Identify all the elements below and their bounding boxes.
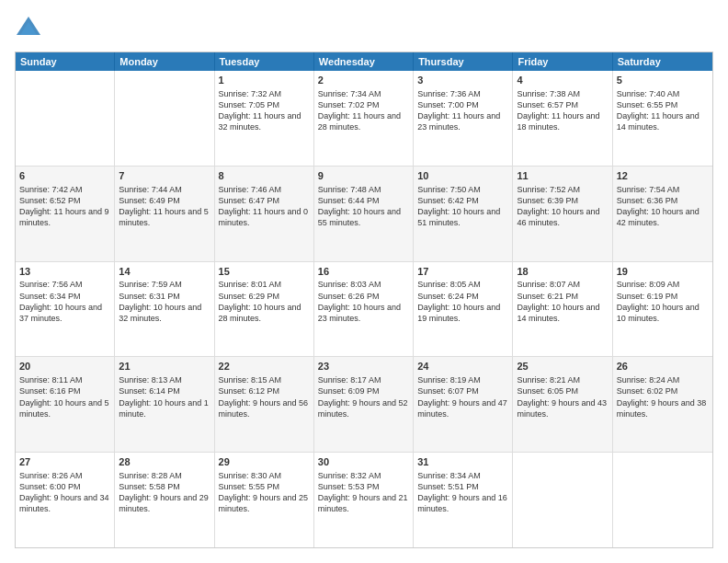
- day-info: Sunrise: 8:28 AM Sunset: 5:58 PM Dayligh…: [119, 471, 209, 513]
- day-cell-27: 27Sunrise: 8:26 AM Sunset: 6:00 PM Dayli…: [16, 453, 115, 547]
- logo-icon: [15, 15, 42, 42]
- day-info: Sunrise: 8:13 AM Sunset: 6:14 PM Dayligh…: [119, 375, 209, 418]
- day-info: Sunrise: 8:09 AM Sunset: 6:19 PM Dayligh…: [617, 280, 700, 322]
- day-info: Sunrise: 8:19 AM Sunset: 6:07 PM Dayligh…: [417, 375, 507, 418]
- empty-cell: [16, 71, 115, 166]
- week-row-5: 27Sunrise: 8:26 AM Sunset: 6:00 PM Dayli…: [16, 452, 712, 547]
- day-cell-12: 12Sunrise: 7:54 AM Sunset: 6:36 PM Dayli…: [613, 167, 712, 261]
- day-number: 14: [119, 265, 210, 279]
- day-number: 23: [318, 360, 409, 373]
- day-cell-20: 20Sunrise: 8:11 AM Sunset: 6:16 PM Dayli…: [16, 357, 115, 452]
- header-day-saturday: Saturday: [613, 52, 712, 71]
- day-info: Sunrise: 7:40 AM Sunset: 6:55 PM Dayligh…: [617, 89, 700, 132]
- day-number: 1: [219, 74, 310, 87]
- day-cell-14: 14Sunrise: 7:59 AM Sunset: 6:31 PM Dayli…: [115, 262, 214, 357]
- header: [15, 15, 713, 42]
- day-info: Sunrise: 7:42 AM Sunset: 6:52 PM Dayligh…: [19, 185, 109, 227]
- day-cell-19: 19Sunrise: 8:09 AM Sunset: 6:19 PM Dayli…: [613, 262, 712, 357]
- day-info: Sunrise: 7:44 AM Sunset: 6:49 PM Dayligh…: [119, 185, 209, 227]
- day-cell-13: 13Sunrise: 7:56 AM Sunset: 6:34 PM Dayli…: [16, 262, 115, 357]
- day-number: 25: [517, 360, 608, 373]
- day-cell-18: 18Sunrise: 8:07 AM Sunset: 6:21 PM Dayli…: [513, 262, 612, 357]
- day-number: 24: [417, 360, 508, 373]
- day-number: 8: [219, 169, 310, 183]
- day-number: 15: [219, 265, 310, 279]
- day-info: Sunrise: 7:56 AM Sunset: 6:34 PM Dayligh…: [19, 280, 102, 322]
- day-number: 20: [19, 360, 110, 373]
- day-cell-29: 29Sunrise: 8:30 AM Sunset: 5:55 PM Dayli…: [215, 453, 314, 547]
- day-cell-10: 10Sunrise: 7:50 AM Sunset: 6:42 PM Dayli…: [414, 167, 513, 261]
- calendar: SundayMondayTuesdayWednesdayThursdayFrid…: [15, 52, 713, 548]
- day-cell-11: 11Sunrise: 7:52 AM Sunset: 6:39 PM Dayli…: [513, 167, 612, 261]
- day-number: 2: [318, 74, 409, 87]
- day-cell-9: 9Sunrise: 7:48 AM Sunset: 6:44 PM Daylig…: [314, 167, 414, 261]
- day-cell-21: 21Sunrise: 8:13 AM Sunset: 6:14 PM Dayli…: [115, 357, 214, 452]
- day-info: Sunrise: 8:15 AM Sunset: 6:12 PM Dayligh…: [219, 375, 309, 418]
- header-day-tuesday: Tuesday: [215, 52, 314, 71]
- day-info: Sunrise: 7:38 AM Sunset: 6:57 PM Dayligh…: [517, 89, 599, 132]
- day-number: 21: [119, 360, 210, 373]
- day-number: 13: [19, 265, 110, 279]
- day-info: Sunrise: 8:07 AM Sunset: 6:21 PM Dayligh…: [517, 280, 599, 322]
- day-cell-4: 4Sunrise: 7:38 AM Sunset: 6:57 PM Daylig…: [513, 71, 612, 166]
- empty-cell: [115, 71, 214, 166]
- day-cell-8: 8Sunrise: 7:46 AM Sunset: 6:47 PM Daylig…: [215, 167, 314, 261]
- day-info: Sunrise: 8:24 AM Sunset: 6:02 PM Dayligh…: [617, 375, 707, 418]
- page: SundayMondayTuesdayWednesdayThursdayFrid…: [0, 0, 728, 563]
- day-info: Sunrise: 8:03 AM Sunset: 6:26 PM Dayligh…: [318, 280, 401, 322]
- day-number: 9: [318, 169, 409, 183]
- day-info: Sunrise: 8:01 AM Sunset: 6:29 PM Dayligh…: [219, 280, 301, 322]
- day-cell-30: 30Sunrise: 8:32 AM Sunset: 5:53 PM Dayli…: [314, 453, 414, 547]
- day-number: 29: [219, 455, 310, 469]
- week-row-2: 6Sunrise: 7:42 AM Sunset: 6:52 PM Daylig…: [16, 166, 712, 261]
- day-info: Sunrise: 7:46 AM Sunset: 6:47 PM Dayligh…: [219, 185, 309, 227]
- day-cell-15: 15Sunrise: 8:01 AM Sunset: 6:29 PM Dayli…: [215, 262, 314, 357]
- day-cell-3: 3Sunrise: 7:36 AM Sunset: 7:00 PM Daylig…: [414, 71, 513, 166]
- day-cell-31: 31Sunrise: 8:34 AM Sunset: 5:51 PM Dayli…: [414, 453, 513, 547]
- day-cell-17: 17Sunrise: 8:05 AM Sunset: 6:24 PM Dayli…: [414, 262, 513, 357]
- day-number: 31: [417, 455, 508, 469]
- day-info: Sunrise: 8:26 AM Sunset: 6:00 PM Dayligh…: [19, 471, 109, 513]
- day-cell-2: 2Sunrise: 7:34 AM Sunset: 7:02 PM Daylig…: [314, 71, 414, 166]
- day-number: 30: [318, 455, 409, 469]
- day-cell-1: 1Sunrise: 7:32 AM Sunset: 7:05 PM Daylig…: [215, 71, 314, 166]
- day-number: 6: [19, 169, 110, 183]
- calendar-header: SundayMondayTuesdayWednesdayThursdayFrid…: [16, 52, 712, 71]
- day-info: Sunrise: 8:34 AM Sunset: 5:51 PM Dayligh…: [417, 471, 507, 513]
- day-number: 19: [617, 265, 709, 279]
- week-row-3: 13Sunrise: 7:56 AM Sunset: 6:34 PM Dayli…: [16, 261, 712, 357]
- day-info: Sunrise: 7:59 AM Sunset: 6:31 PM Dayligh…: [119, 280, 201, 322]
- day-number: 28: [119, 455, 210, 469]
- day-number: 18: [517, 265, 608, 279]
- day-info: Sunrise: 8:32 AM Sunset: 5:53 PM Dayligh…: [318, 471, 408, 513]
- header-day-monday: Monday: [115, 52, 214, 71]
- day-info: Sunrise: 8:17 AM Sunset: 6:09 PM Dayligh…: [318, 375, 408, 418]
- day-number: 22: [219, 360, 310, 373]
- day-cell-22: 22Sunrise: 8:15 AM Sunset: 6:12 PM Dayli…: [215, 357, 314, 452]
- day-info: Sunrise: 7:54 AM Sunset: 6:36 PM Dayligh…: [617, 185, 700, 227]
- day-cell-7: 7Sunrise: 7:44 AM Sunset: 6:49 PM Daylig…: [115, 167, 214, 261]
- day-cell-16: 16Sunrise: 8:03 AM Sunset: 6:26 PM Dayli…: [314, 262, 414, 357]
- day-info: Sunrise: 7:34 AM Sunset: 7:02 PM Dayligh…: [318, 89, 401, 132]
- day-number: 3: [417, 74, 508, 87]
- day-number: 17: [417, 265, 508, 279]
- header-day-sunday: Sunday: [16, 52, 115, 71]
- day-number: 27: [19, 455, 110, 469]
- week-row-1: 1Sunrise: 7:32 AM Sunset: 7:05 PM Daylig…: [16, 71, 712, 166]
- calendar-body: 1Sunrise: 7:32 AM Sunset: 7:05 PM Daylig…: [16, 71, 712, 547]
- day-cell-28: 28Sunrise: 8:28 AM Sunset: 5:58 PM Dayli…: [115, 453, 214, 547]
- day-cell-6: 6Sunrise: 7:42 AM Sunset: 6:52 PM Daylig…: [16, 167, 115, 261]
- header-day-wednesday: Wednesday: [314, 52, 414, 71]
- header-day-friday: Friday: [513, 52, 612, 71]
- day-number: 16: [318, 265, 409, 279]
- day-cell-26: 26Sunrise: 8:24 AM Sunset: 6:02 PM Dayli…: [613, 357, 712, 452]
- day-cell-24: 24Sunrise: 8:19 AM Sunset: 6:07 PM Dayli…: [414, 357, 513, 452]
- empty-cell: [513, 453, 612, 547]
- day-info: Sunrise: 8:21 AM Sunset: 6:05 PM Dayligh…: [517, 375, 607, 418]
- day-number: 12: [617, 169, 709, 183]
- week-row-4: 20Sunrise: 8:11 AM Sunset: 6:16 PM Dayli…: [16, 356, 712, 452]
- day-number: 11: [517, 169, 608, 183]
- day-cell-25: 25Sunrise: 8:21 AM Sunset: 6:05 PM Dayli…: [513, 357, 612, 452]
- header-day-thursday: Thursday: [414, 52, 513, 71]
- day-cell-5: 5Sunrise: 7:40 AM Sunset: 6:55 PM Daylig…: [613, 71, 712, 166]
